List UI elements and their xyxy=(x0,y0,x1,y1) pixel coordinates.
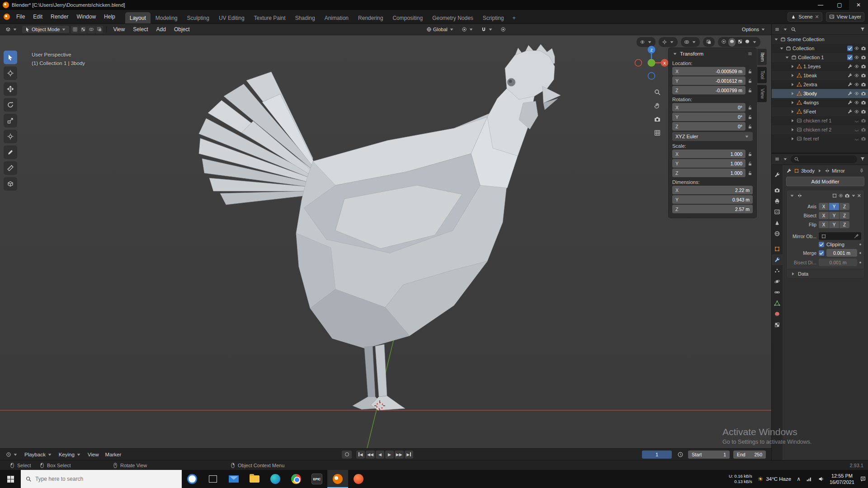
outliner-row-collection[interactable]: Collection xyxy=(772,44,868,53)
camera-icon[interactable] xyxy=(861,91,866,96)
merge-checkbox[interactable] xyxy=(819,250,824,256)
edit-mode-toggle-icon[interactable] xyxy=(832,193,837,198)
rotation-x-field[interactable]: X0° xyxy=(672,103,745,112)
chevron-down-icon[interactable] xyxy=(672,51,678,56)
eye-icon[interactable] xyxy=(854,82,859,87)
xray-toggle[interactable] xyxy=(703,37,715,47)
menu-playback[interactable]: Playback xyxy=(21,451,56,458)
start-button[interactable] xyxy=(0,470,21,488)
tab-modifier-properties[interactable] xyxy=(772,254,783,265)
realtime-toggle-icon[interactable] xyxy=(838,193,844,198)
chevron-down-icon[interactable] xyxy=(779,46,784,51)
camera-icon[interactable] xyxy=(861,82,866,87)
outliner-editor-icon[interactable] xyxy=(774,27,780,32)
bisect-z-toggle[interactable]: Z xyxy=(840,212,849,219)
camera-icon[interactable] xyxy=(861,118,866,123)
bisect-x-toggle[interactable]: X xyxy=(819,212,829,219)
location-y-field[interactable]: Y-0.001612 m xyxy=(672,76,745,85)
chevron-right-icon[interactable] xyxy=(790,109,795,114)
next-keyframe-button[interactable]: ▶▶ xyxy=(395,450,404,459)
axis-x-toggle[interactable]: X xyxy=(819,203,829,210)
tool-scale[interactable] xyxy=(4,114,17,127)
camera-icon[interactable] xyxy=(861,136,866,141)
mode-toggle-buttons[interactable] xyxy=(71,26,103,33)
lock-icon[interactable] xyxy=(747,151,753,157)
chevron-right-icon[interactable] xyxy=(790,64,795,69)
outliner-row-object[interactable]: 2extra xyxy=(772,80,868,89)
chevron-right-icon[interactable] xyxy=(790,73,795,78)
viewport-3d[interactable]: User Perspective (1) Collection 1 | 3bod… xyxy=(0,35,771,448)
outliner-row-object[interactable]: 1.1eyes xyxy=(772,62,868,71)
camera-icon[interactable] xyxy=(861,109,866,114)
tab-compositing[interactable]: Compositing xyxy=(388,12,427,23)
menu-view-timeline[interactable]: View xyxy=(85,451,102,458)
tool-transform[interactable] xyxy=(4,130,17,143)
eye-closed-icon[interactable] xyxy=(854,127,859,132)
filter-icon[interactable] xyxy=(860,156,865,162)
pan-hand-icon[interactable] xyxy=(654,102,661,109)
pin-icon[interactable] xyxy=(859,168,864,174)
modifier-icon[interactable] xyxy=(847,64,853,69)
search-icon[interactable] xyxy=(791,27,796,32)
cortana-button[interactable] xyxy=(182,470,203,488)
chevron-right-icon[interactable] xyxy=(790,91,795,96)
menu-select[interactable]: Select xyxy=(130,25,151,33)
rotation-mode-dropdown[interactable]: XYZ Euler xyxy=(672,132,753,141)
menu-marker[interactable]: Marker xyxy=(102,451,125,458)
lock-icon[interactable] xyxy=(747,170,753,176)
tab-render-properties[interactable] xyxy=(772,185,783,196)
collection-checkbox[interactable] xyxy=(847,55,853,60)
timeline-editor-button[interactable] xyxy=(3,451,21,458)
tab-view[interactable]: View xyxy=(757,85,767,103)
lock-icon[interactable] xyxy=(747,78,753,84)
bisect-distance-field[interactable]: 0.001 m xyxy=(819,258,857,266)
close-modifier-icon[interactable]: ✕ xyxy=(857,193,861,199)
tab-object-properties[interactable] xyxy=(772,244,783,254)
tab-physics-properties[interactable] xyxy=(772,276,783,287)
menu-help[interactable]: Help xyxy=(100,12,119,21)
modifier-icon[interactable] xyxy=(847,91,853,96)
scale-x-field[interactable]: X1.000 xyxy=(672,150,745,158)
tab-sculpting[interactable]: Sculpting xyxy=(183,12,214,23)
scale-z-field[interactable]: Z1.000 xyxy=(672,169,745,177)
shading-material-button[interactable] xyxy=(737,39,743,46)
panel-menu-icon[interactable] xyxy=(747,51,753,56)
lock-icon[interactable] xyxy=(747,124,753,129)
breadcrumb-object[interactable]: 3body xyxy=(794,168,815,174)
outliner-row-object[interactable]: 4wings xyxy=(772,98,868,107)
filter-icon[interactable] xyxy=(860,27,865,32)
object-mode-dropdown[interactable]: Object Mode xyxy=(22,26,69,33)
outliner-row-collection-1[interactable]: Collection 1 xyxy=(772,53,868,62)
notification-center-icon[interactable] xyxy=(860,476,866,482)
rotation-y-field[interactable]: Y0° xyxy=(672,113,745,121)
lock-icon[interactable] xyxy=(747,69,753,74)
chevron-right-icon[interactable] xyxy=(790,82,795,87)
rotation-z-field[interactable]: Z0° xyxy=(672,122,745,131)
menu-file[interactable]: File xyxy=(13,12,28,21)
tab-tool[interactable]: Tool xyxy=(757,67,767,83)
jump-to-end-button[interactable]: ▶ xyxy=(405,450,413,459)
eye-icon[interactable] xyxy=(854,109,859,114)
prev-keyframe-button[interactable]: ◀◀ xyxy=(366,450,375,459)
lock-icon[interactable] xyxy=(747,114,753,120)
chevron-right-icon[interactable] xyxy=(790,118,795,123)
auto-key-button[interactable] xyxy=(342,450,352,459)
bisect-y-toggle[interactable]: Y xyxy=(829,212,839,219)
outliner-row-reference[interactable]: feet ref xyxy=(772,134,868,143)
add-modifier-button[interactable]: Add Modifier xyxy=(786,177,864,186)
add-workspace-button[interactable]: + xyxy=(509,13,519,23)
taskbar-app-blender-active[interactable] xyxy=(327,470,348,488)
tab-texture-properties[interactable] xyxy=(772,319,783,330)
outliner-row-scene-collection[interactable]: Scene Collection xyxy=(772,35,868,44)
tool-add-cube[interactable] xyxy=(4,177,17,191)
taskbar-app-opera[interactable] xyxy=(348,470,369,488)
menu-object[interactable]: Object xyxy=(171,25,193,33)
eye-icon[interactable] xyxy=(854,73,859,78)
collection-checkbox[interactable] xyxy=(847,46,853,51)
proportional-editing-toggle[interactable] xyxy=(498,26,509,33)
options-dropdown[interactable]: Options xyxy=(739,26,769,33)
search-input[interactable] xyxy=(35,476,162,482)
lock-icon[interactable] xyxy=(747,105,753,110)
modifier-icon[interactable] xyxy=(847,73,853,78)
outliner-row-reference[interactable]: chicken ref 2 xyxy=(772,125,868,134)
